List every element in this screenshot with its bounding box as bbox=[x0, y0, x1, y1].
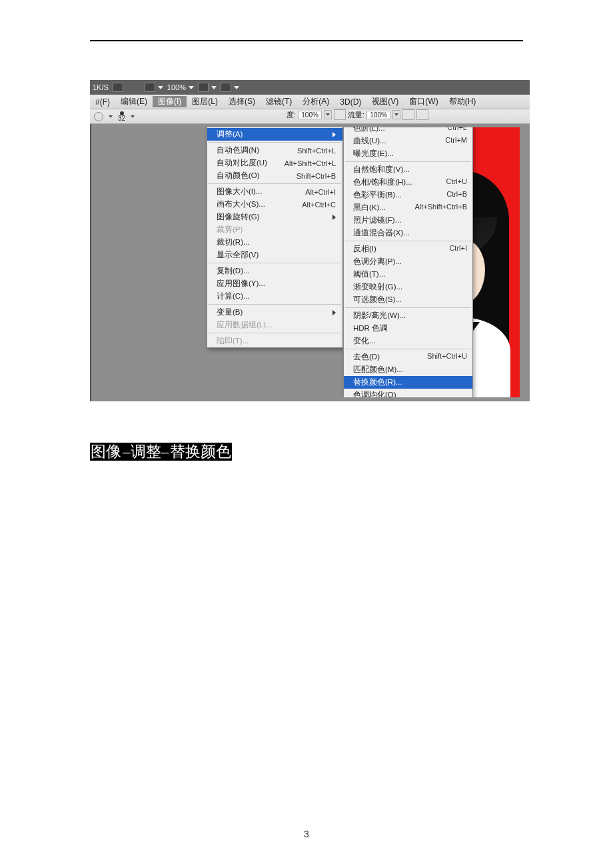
menu-image[interactable]: 图像(I) bbox=[153, 96, 187, 107]
sub-exposure[interactable]: 曝光度(E)... bbox=[344, 147, 472, 160]
sub-black-white[interactable]: 黑白(K)...Alt+Shift+Ctrl+B bbox=[344, 201, 472, 214]
menu-item-trap: 陷印(T)... bbox=[207, 335, 342, 347]
sub-levels[interactable]: 色阶(L)...Ctrl+L bbox=[344, 127, 472, 135]
sub-vibrance[interactable]: 自然饱和度(V)... bbox=[344, 163, 472, 176]
menu-file[interactable]: #(F) bbox=[90, 97, 115, 107]
screenshot-container: 1K/S 100% #(F) 编辑(E) 图像(I) 图层(L) 选择(S) 滤… bbox=[90, 80, 530, 401]
menu-item-apply-dataset: 应用数据组(L)... bbox=[207, 319, 342, 331]
flow-field[interactable]: 100% bbox=[366, 111, 390, 119]
sub-shadows-highlights[interactable]: 阴影/高光(W)... bbox=[344, 309, 472, 322]
menu-item-auto-contrast[interactable]: 自动对比度(U)Alt+Shift+Ctrl+L bbox=[207, 157, 342, 169]
menu-item-image-size[interactable]: 图像大小(I)...Alt+Ctrl+I bbox=[207, 185, 342, 198]
sub-photo-filter[interactable]: 照片滤镜(F)... bbox=[344, 214, 472, 227]
menu-item-canvas-size[interactable]: 画布大小(S)...Alt+Ctrl+C bbox=[207, 198, 342, 211]
sub-color-balance[interactable]: 色彩平衡(B)...Ctrl+B bbox=[344, 189, 472, 201]
page-number: 3 bbox=[0, 829, 613, 839]
flow-flyout-button[interactable] bbox=[392, 110, 400, 119]
sub-replace-color[interactable]: 替换颜色(R)... bbox=[344, 376, 472, 389]
menu-item-auto-tone[interactable]: 自动色调(N)Shift+Ctrl+L bbox=[207, 144, 342, 157]
sub-invert[interactable]: 反相(I)Ctrl+I bbox=[344, 243, 472, 255]
menu-item-adjustments[interactable]: 调整(A) bbox=[207, 128, 342, 141]
menu-view[interactable]: 视图(V) bbox=[366, 96, 404, 107]
instruction-caption: 图像–调整–替换颜色 bbox=[90, 441, 613, 462]
chevron-down-icon[interactable] bbox=[158, 86, 163, 89]
submenu-arrow-icon bbox=[332, 310, 336, 315]
brush-tool-icon[interactable] bbox=[94, 112, 103, 121]
sub-gradient-map[interactable]: 渐变映射(G)... bbox=[344, 281, 472, 293]
airbrush-icon[interactable] bbox=[402, 109, 414, 120]
menu-item-reveal-all[interactable]: 显示全部(V) bbox=[207, 249, 342, 261]
sub-equalize[interactable]: 色调均化(Q) bbox=[344, 389, 472, 397]
menu-select[interactable]: 选择(S) bbox=[223, 96, 261, 107]
flow-label: 流量: bbox=[348, 110, 364, 120]
main-menu-bar: #(F) 编辑(E) 图像(I) 图层(L) 选择(S) 滤镜(T) 分析(A)… bbox=[90, 95, 530, 109]
workspace: 未标题-1 @ 模式(M) 调整(A) 自动色调(N)Shift+Ctrl+L … bbox=[90, 124, 530, 401]
menu-3d[interactable]: 3D(D) bbox=[334, 97, 366, 107]
screen-mode-icon[interactable] bbox=[198, 83, 209, 92]
menu-item-crop: 裁剪(P) bbox=[207, 223, 342, 236]
chevron-down-icon[interactable] bbox=[131, 115, 135, 118]
arrange-docs-icon[interactable] bbox=[221, 83, 231, 92]
sub-hue-sat[interactable]: 色相/饱和度(H)...Ctrl+U bbox=[344, 176, 472, 189]
sub-hdr-toning[interactable]: HDR 色调 bbox=[344, 322, 472, 335]
pressure-opacity-icon[interactable] bbox=[334, 109, 346, 120]
menu-item-calculations[interactable]: 计算(C)... bbox=[207, 290, 342, 303]
menu-layer[interactable]: 图层(L) bbox=[187, 96, 223, 107]
app-header-bar: 1K/S 100% bbox=[90, 80, 530, 95]
sub-threshold[interactable]: 阈值(T)... bbox=[344, 268, 472, 281]
sub-curves[interactable]: 曲线(U)...Ctrl+M bbox=[344, 135, 472, 147]
sub-channel-mixer[interactable]: 通道混合器(X)... bbox=[344, 227, 472, 239]
submenu-arrow-icon bbox=[332, 132, 336, 137]
menu-item-trim[interactable]: 裁切(R)... bbox=[207, 236, 342, 249]
caption-part-image: 图像 bbox=[90, 443, 122, 461]
sub-selective-color[interactable]: 可选颜色(S)... bbox=[344, 293, 472, 306]
sub-posterize[interactable]: 色调分离(P)... bbox=[344, 255, 472, 268]
canvas[interactable]: 模式(M) 调整(A) 自动色调(N)Shift+Ctrl+L 自动对比度(U)… bbox=[147, 127, 520, 397]
menu-window[interactable]: 窗口(W) bbox=[404, 96, 443, 107]
opacity-field[interactable]: 100% bbox=[298, 111, 322, 119]
caption-part-replace-color: 替换颜色 bbox=[169, 443, 232, 461]
menu-analysis[interactable]: 分析(A) bbox=[297, 96, 334, 107]
sub-desaturate[interactable]: 去色(D)Shift+Ctrl+U bbox=[344, 351, 472, 363]
opacity-flyout-button[interactable] bbox=[324, 110, 332, 119]
menu-item-duplicate[interactable]: 复制(D)... bbox=[207, 265, 342, 277]
menu-filter[interactable]: 滤镜(T) bbox=[261, 96, 297, 107]
view-ruler-icon[interactable] bbox=[145, 83, 155, 92]
opacity-label: 度: bbox=[287, 110, 296, 120]
chevron-down-icon[interactable] bbox=[109, 115, 113, 118]
menu-help[interactable]: 帮助(H) bbox=[444, 96, 482, 107]
caption-part-adjust: –调整– bbox=[122, 443, 169, 461]
menu-item-variables[interactable]: 变量(B) bbox=[207, 306, 342, 319]
menu-item-auto-color[interactable]: 自动颜色(O)Shift+Ctrl+B bbox=[207, 169, 342, 182]
sub-variations[interactable]: 变化... bbox=[344, 335, 472, 347]
icon-box-1 bbox=[113, 83, 123, 92]
image-menu-dropdown: 模式(M) 调整(A) 自动色调(N)Shift+Ctrl+L 自动对比度(U)… bbox=[207, 127, 343, 348]
menu-item-apply-image[interactable]: 应用图像(Y)... bbox=[207, 277, 342, 290]
tool-options-bar: 32 度: 100% 流量: 100% bbox=[90, 109, 530, 124]
menu-edit[interactable]: 编辑(E) bbox=[115, 96, 153, 107]
adjustments-submenu: 亮度/对比度(C)... 色阶(L)...Ctrl+L 曲线(U)...Ctrl… bbox=[343, 127, 473, 397]
zoom-indicator[interactable]: 100% bbox=[167, 83, 194, 91]
rate-label: 1K/S bbox=[93, 83, 109, 91]
menu-item-image-rotation[interactable]: 图像旋转(G) bbox=[207, 211, 342, 223]
brush-size-value: 32 bbox=[118, 115, 125, 121]
sub-match-color[interactable]: 匹配颜色(M)... bbox=[344, 363, 472, 376]
tools-panel-edge bbox=[90, 124, 91, 401]
submenu-arrow-icon bbox=[332, 215, 336, 220]
pressure-size-icon[interactable] bbox=[416, 109, 428, 120]
